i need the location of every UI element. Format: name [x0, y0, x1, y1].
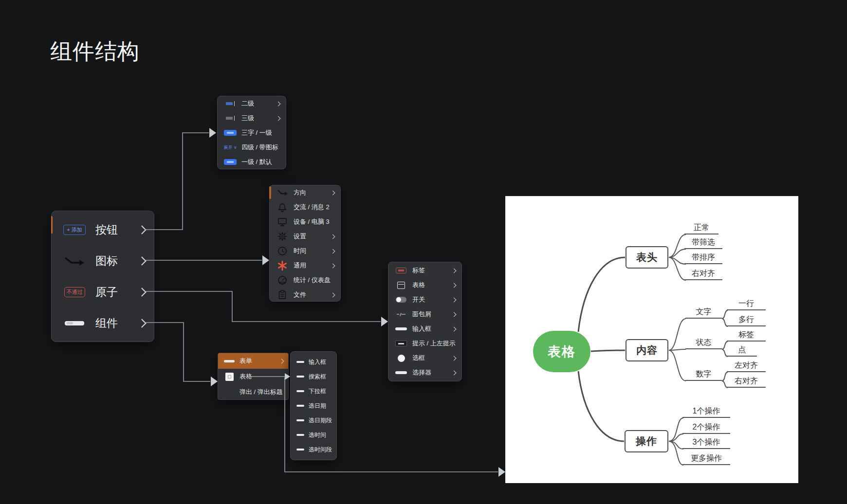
- menu-item-label: 一级 / 默认: [241, 158, 280, 166]
- menu-item-direction[interactable]: 方向: [270, 185, 340, 200]
- menu-item-icon[interactable]: 图标: [52, 245, 154, 276]
- mindmap-leaf: 带筛选: [684, 237, 722, 249]
- clock-icon: [276, 246, 289, 256]
- menu-item-input-field[interactable]: 输入框: [291, 355, 336, 369]
- input-bar-icon: [296, 405, 305, 407]
- menu-item-table[interactable]: 表格: [388, 278, 461, 292]
- input-bar-icon: [60, 321, 89, 325]
- menu-item-component[interactable]: 组件: [52, 307, 154, 339]
- menu-item-level2[interactable]: 二级: [218, 96, 286, 111]
- menu-item-popup[interactable]: 弹出 / 弹出标题: [218, 384, 288, 400]
- chevron-right-icon: [276, 116, 281, 121]
- menu-item-settings[interactable]: 设置: [270, 229, 340, 244]
- menu-item-button[interactable]: + 添加 按钮: [52, 214, 154, 245]
- mindmap-leaf: 一行: [727, 299, 766, 310]
- text-button-chip: [223, 101, 237, 106]
- menu-item-search-field[interactable]: 搜索框: [291, 369, 336, 384]
- menu-item-label: 设置: [294, 232, 331, 241]
- chevron-right-icon: [331, 190, 335, 195]
- menu-item-dropdown-field[interactable]: 下拉框: [291, 384, 336, 398]
- menu-item-tooltip[interactable]: 提示 / 上左提示: [388, 336, 461, 351]
- mindmap-leaf: 右对齐: [727, 376, 766, 388]
- switch-icon: [394, 297, 408, 303]
- menu-item-three-char[interactable]: 三字 / 一级: [218, 126, 286, 140]
- chevron-right-icon: [452, 370, 457, 375]
- menu-item-statistics[interactable]: 统计 / 仪表盘: [270, 273, 340, 288]
- menu-item-level1-default[interactable]: 一级 / 默认: [218, 155, 286, 169]
- menu-item-table-group[interactable]: 表格: [218, 369, 288, 384]
- input-bar-icon: [223, 360, 236, 362]
- expand-link-icon: 展开 ∨: [223, 144, 237, 151]
- input-bar-icon: [296, 361, 305, 363]
- mindmap-leaf: 1个操作: [682, 406, 730, 418]
- file-icon: [276, 290, 289, 300]
- menu-item-date-range-picker[interactable]: 选日期段: [291, 413, 336, 428]
- mindmap-leaf: 2个操作: [682, 422, 730, 434]
- menu-item-switch[interactable]: 开关: [388, 292, 461, 307]
- menu-item-label: 选日期: [309, 402, 331, 410]
- menu-item-label: 选时间段: [309, 446, 332, 454]
- menu-item-time-range-picker[interactable]: 选时间段: [291, 442, 336, 457]
- atom-components-menu: 标签 表格 开关 面包屑 输入框 提示 / 上左提示: [388, 262, 462, 381]
- mindmap-node-content: 内容: [626, 339, 668, 361]
- gray-button-chip: [223, 116, 237, 121]
- menu-item-label: 二级: [241, 99, 276, 108]
- menu-item-time[interactable]: 时间: [270, 244, 340, 258]
- menu-item-time-picker[interactable]: 选时间: [291, 428, 336, 442]
- mindmap-root-table: 表格: [533, 331, 590, 372]
- menu-item-selector[interactable]: 选择器: [388, 365, 461, 380]
- asterisk-icon: [276, 260, 289, 271]
- chevron-right-icon: [452, 297, 457, 302]
- menu-item-label: 标签: [412, 266, 452, 275]
- menu-item-label: 开关: [412, 295, 452, 304]
- menu-item-label: 统计 / 仪表盘: [294, 276, 334, 285]
- menu-item-label: 选时间: [309, 431, 331, 439]
- chevron-right-icon: [452, 268, 457, 273]
- menu-item-label: 按钮: [95, 222, 118, 237]
- menu-item-date-picker[interactable]: 选日期: [291, 398, 336, 413]
- table-mindmap-panel: 表格 表头 内容 操作 正常 带筛选 带排序 右对齐 文字 状态 数字 一行 多…: [505, 196, 798, 483]
- menu-item-files[interactable]: 文件: [270, 288, 340, 302]
- menu-item-label: 搜索框: [309, 373, 331, 381]
- mindmap-subnode: 文字: [685, 307, 722, 319]
- mindmap-leaf: 更多操作: [682, 453, 730, 465]
- menu-item-atom[interactable]: 不通过 原子: [52, 276, 154, 307]
- chevron-right-icon: [137, 225, 146, 234]
- canvas: 组件结构 + 添加 按钮: [0, 0, 847, 504]
- chevron-right-icon: [137, 288, 146, 296]
- menu-item-general[interactable]: 通用: [270, 258, 340, 273]
- square-icon: [223, 373, 236, 381]
- mindmap-node-header: 表头: [626, 246, 668, 269]
- menu-item-checkbox[interactable]: 选框: [388, 351, 461, 365]
- orange-accent-bar: [51, 216, 53, 234]
- arrowhead-to-right-menu: [381, 317, 388, 326]
- arrowhead-to-mindmap: [498, 467, 505, 477]
- chevron-right-icon: [279, 359, 284, 363]
- mindmap-leaf: 正常: [684, 223, 718, 234]
- input-bar-icon: [296, 390, 305, 392]
- menu-item-level4[interactable]: 展开 ∨ 四级 / 带图标: [218, 140, 286, 155]
- menu-item-label: 表格: [412, 281, 452, 289]
- menu-item-input[interactable]: 输入框: [388, 322, 461, 336]
- menu-item-tag[interactable]: 标签: [388, 263, 461, 278]
- menu-item-label: 输入框: [309, 358, 331, 366]
- menu-item-form[interactable]: 表单: [218, 353, 288, 369]
- menu-item-messages[interactable]: 交流 / 消息 2: [270, 200, 340, 215]
- mindmap-subnode: 状态: [685, 338, 722, 349]
- menu-item-breadcrumb[interactable]: 面包屑: [388, 307, 461, 322]
- chevron-right-icon: [137, 256, 146, 265]
- menu-item-devices[interactable]: 设备 / 电脑 3: [270, 215, 340, 229]
- arrowhead-to-top-menu: [209, 128, 216, 138]
- gear-icon: [276, 232, 289, 241]
- monitor-icon: [276, 217, 289, 227]
- chevron-right-icon: [452, 356, 457, 360]
- table-icon: [394, 282, 408, 289]
- menu-item-label: 图标: [95, 253, 118, 269]
- menu-item-label: 选日期段: [309, 416, 332, 425]
- arrowhead-to-middle-menu: [262, 255, 269, 265]
- chevron-right-icon: [331, 234, 335, 239]
- mindmap-leaf: 3个操作: [682, 437, 730, 449]
- menu-item-level3[interactable]: 三级: [218, 111, 286, 126]
- menu-item-label: 四级 / 带图标: [241, 143, 280, 152]
- bell-icon: [276, 202, 289, 212]
